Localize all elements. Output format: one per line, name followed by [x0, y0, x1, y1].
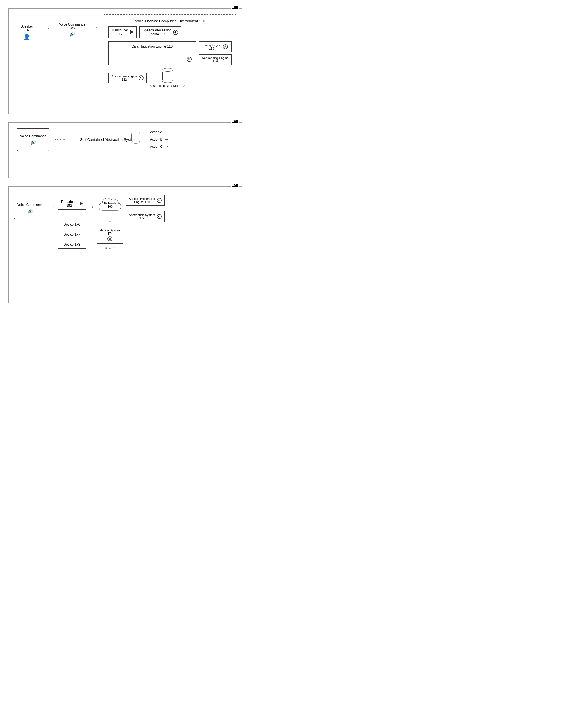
arrow-voice-vece: → [94, 14, 98, 30]
voice-commands-label-140: Voice Commands [20, 134, 46, 138]
network-action-col: Network 160 ↓ Action System 174 ⚙ [97, 192, 123, 250]
abstraction-system-gear-icon: ⚙ [157, 214, 162, 219]
devices-section: Device 176 Device 177 Device 178 [57, 221, 86, 248]
transducer-number-150: 152 [61, 204, 77, 208]
device-176-label: Device 176 [64, 223, 80, 227]
action-a-label: Action A [150, 130, 162, 134]
sequencing-engine-box: Sequencing Engine 119 [199, 54, 232, 65]
voice-commands-label-150: Voice Commands [17, 203, 43, 207]
diagram-140: 140 Voice Commands 🔊 - - - → Self Contai… [8, 122, 242, 178]
action-c-arrow: → [164, 144, 169, 149]
vece-title: Voice-Enabled Computing Environment 110 [108, 19, 232, 23]
diagram-100: 100 Speaker 102 👤 → Voice Commands 105 🔊 [8, 8, 242, 114]
diagram-150-label: 150 [231, 183, 239, 187]
arrow-150-vc-t: → [49, 192, 55, 210]
person-icon: 👤 [17, 33, 36, 40]
network-number: 160 [104, 205, 116, 208]
device-178-box: Device 178 [57, 241, 86, 248]
col-right-150: Speech Processing Engine 170 ⚙ Abstracti… [126, 192, 165, 222]
disambiguation-label: Disambiguation Engine 116 [113, 44, 192, 48]
device-177-box: Device 177 [57, 231, 86, 238]
speech-processing-label-150: Speech Processing [129, 197, 155, 200]
speech-processing-gear-icon-150: ⚙ [157, 198, 162, 203]
speaker-box: Speaker 102 👤 [14, 23, 39, 42]
network-label: Network [104, 201, 116, 205]
vece-row1: Transducer 112 Speech Processing Engine … [108, 27, 232, 38]
sequencing-engine-label: Sequencing Engine [202, 56, 229, 60]
action-system-number: 174 [100, 232, 120, 235]
diagram-100-inner: Speaker 102 👤 → Voice Commands 105 🔊 → V… [14, 14, 236, 103]
action-system-label: Action System [100, 229, 120, 232]
col-left-150: Voice Commands 🔊 [14, 192, 46, 219]
abstraction-system-label-150: Abstraction System [129, 213, 155, 217]
abstraction-engine-label: Abstraction Engine [111, 75, 137, 78]
abstraction-system-box-150: Abstraction System 172 ⚙ [126, 211, 165, 222]
timing-engine-label: Timing Engine [202, 43, 222, 47]
sequencing-engine-number: 119 [202, 60, 229, 63]
abstraction-data-store-group: Abstraction Data Store 120 [149, 68, 186, 87]
self-contained-label: Self Contained Abstraction System [80, 138, 136, 142]
voice-commands-label-100: Voice Commands [59, 23, 85, 27]
network-cloud: Network 160 [97, 195, 122, 214]
abstraction-engine-gear-icon: ⚙ [139, 75, 144, 80]
voice-commands-box-150: Voice Commands 🔊 [14, 198, 46, 219]
transducer-number-100: 112 [111, 32, 128, 36]
speech-processing-engine-150: Engine 170 [129, 200, 155, 204]
transducer-label-150: Transducer [61, 200, 77, 204]
vece-row3: Abstraction Engine 122 ⚙ Abstraction Dat [108, 68, 232, 87]
arrow-150-t-n: → [89, 192, 94, 210]
self-contained-db-icon [130, 130, 141, 145]
action-a-row: Action A → [150, 130, 169, 135]
device-176-box: Device 176 [57, 221, 86, 229]
disambiguation-gear-icon: ⚙ [187, 57, 192, 62]
arrow-150-n-as: ↓ [109, 217, 111, 223]
speech-processing-box-150: Speech Processing Engine 170 ⚙ [126, 195, 165, 206]
action-c-row: Action C → [150, 144, 169, 149]
arrow-speaker-voice: → [45, 14, 50, 32]
abstraction-engine-box: Abstraction Engine 122 ⚙ [108, 73, 147, 83]
diagram-150: 150 Voice Commands 🔊 → Transducer 152 [8, 187, 242, 303]
device-178-label: Device 178 [64, 243, 80, 246]
diagram-100-label: 100 [231, 5, 239, 9]
transducer-box-150: Transducer 152 [57, 198, 86, 209]
action-c-label: Action C [150, 145, 162, 149]
self-contained-box: Self Contained Abstraction System [72, 132, 145, 148]
transducer-label-100: Transducer [111, 28, 128, 32]
diagram-140-label: 140 [231, 119, 239, 123]
voice-commands-section-100: Voice Commands 105 🔊 [56, 14, 88, 39]
transducer-play-icon [130, 30, 133, 35]
action-system-box: Action System 174 ⚙ [97, 226, 123, 244]
voice-commands-box-100: Voice Commands 105 🔊 [56, 20, 88, 39]
action-b-label: Action B [150, 138, 162, 141]
arrows-to-devices: ↖ ← ↙ [105, 246, 115, 250]
speaker-label: Speaker [17, 25, 36, 28]
transducer-box-100: Transducer 112 [108, 27, 136, 38]
timing-engine-clock-icon: 🕐 [223, 44, 228, 49]
speaker-number: 102 [17, 28, 36, 32]
speech-processing-label-100: Speech Processing [143, 28, 171, 32]
arrow-140-vc-sc: - - - → [55, 137, 66, 142]
abstraction-engine-number: 122 [111, 78, 137, 81]
transducer-devices-col: Transducer 152 Device 176 Device 177 [57, 192, 86, 248]
main-container: 100 Speaker 102 👤 → Voice Commands 105 🔊 [8, 8, 242, 303]
abstraction-data-store-icon [162, 68, 173, 83]
speech-processing-engine: Engine 114 [143, 32, 171, 36]
diagram-140-inner: Voice Commands 🔊 - - - → Self Contained … [17, 128, 233, 151]
voice-commands-number-100: 105 [69, 27, 75, 30]
transducer-play-icon-150 [80, 201, 83, 206]
speaker-icon-100: 🔊 [69, 32, 75, 37]
abstraction-data-store-label: Abstraction Data Store 120 [149, 84, 186, 87]
action-system-gear-icon: ⚙ [108, 236, 112, 241]
timing-engine-box: Timing Engine 118 🕐 [199, 41, 232, 52]
abstraction-system-number-150: 172 [129, 217, 155, 220]
voice-commands-box-140: Voice Commands 🔊 [17, 128, 49, 151]
action-b-row: Action B → [150, 137, 169, 142]
device-177-label: Device 177 [64, 233, 80, 237]
speech-processing-box-100: Speech Processing Engine 114 ⚙ [140, 27, 181, 38]
vece-row2: Disambiguation Engine 116 ⚙ Timing Engin… [108, 41, 232, 65]
actions-section-140: Action A → Action B → Action C → [150, 130, 169, 149]
right-stack-vece: Timing Engine 118 🕐 Sequencing Engine 11… [199, 41, 232, 65]
speaker-icon-150: 🔊 [28, 208, 33, 214]
speech-processing-gear-icon: ⚙ [173, 30, 178, 35]
timing-engine-number: 118 [202, 47, 222, 50]
